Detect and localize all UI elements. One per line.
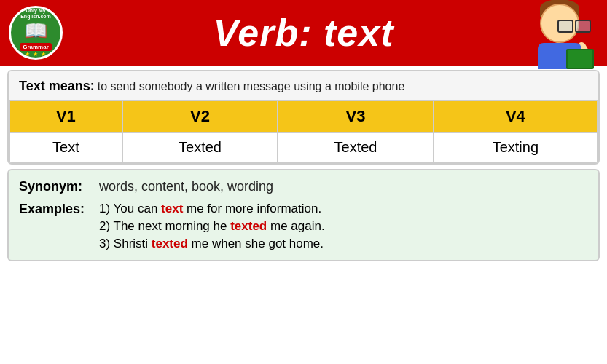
verb-forms-table: V1 V2 V3 V4 Text Texted Texted Texting <box>9 100 598 163</box>
meaning-row: Text means: to send somebody a written m… <box>9 71 598 100</box>
example-1-suffix: me for more information. <box>183 202 321 215</box>
logo-bottom-text: Grammar <box>20 43 52 51</box>
meaning-text: to send somebody a written message using… <box>98 80 405 93</box>
example-item-3: 3) Shristi texted me when she got home. <box>99 237 325 251</box>
table-cell-v4: Texting <box>434 132 598 162</box>
page-title: Verb: text <box>214 11 394 55</box>
example-3-prefix: 3) Shristi <box>99 237 152 250</box>
mascot-illustration <box>520 0 600 69</box>
example-1-prefix: 1) You can <box>99 202 161 215</box>
synonym-row: Synonym: words, content, book, wording <box>19 179 588 194</box>
example-item-1: 1) You can text me for more information. <box>99 202 325 216</box>
mascot-book-icon <box>566 49 594 69</box>
example-item-2: 2) The next morning he texted me again. <box>99 219 325 234</box>
mascot-body <box>527 4 592 69</box>
mascot-glasses-icon <box>557 20 591 31</box>
table-header-v3: V3 <box>278 100 433 132</box>
examples-row: Examples: 1) You can text me for more in… <box>19 202 588 251</box>
examples-list: 1) You can text me for more information.… <box>99 202 325 251</box>
synonym-examples-section: Synonym: words, content, book, wording E… <box>7 169 600 261</box>
table-data-row: Text Texted Texted Texting <box>9 132 598 162</box>
example-2-highlight: texted <box>230 219 267 233</box>
table-cell-v1: Text <box>9 132 122 162</box>
header: Only MyEnglish.com 📖 Grammar ★ ★ ★ Verb:… <box>0 0 607 66</box>
mascot-head <box>540 4 579 43</box>
logo-stars: ★ ★ ★ <box>25 51 47 58</box>
synonym-values: words, content, book, wording <box>99 179 273 194</box>
table-header-v1: V1 <box>9 100 122 132</box>
example-2-suffix: me again. <box>267 219 324 233</box>
logo-top-text: Only MyEnglish.com <box>20 8 51 19</box>
meaning-label: Text means: <box>19 79 95 94</box>
verb-info-section: Text means: to send somebody a written m… <box>7 70 600 165</box>
synonym-label: Synonym: <box>19 179 99 194</box>
example-2-prefix: 2) The next morning he <box>99 219 230 233</box>
logo: Only MyEnglish.com 📖 Grammar ★ ★ ★ <box>9 6 63 60</box>
table-cell-v2: Texted <box>122 132 278 162</box>
example-3-highlight: texted <box>152 237 188 250</box>
example-3-suffix: me when she got home. <box>188 237 324 250</box>
table-header-row: V1 V2 V3 V4 <box>9 100 598 132</box>
table-header-v2: V2 <box>122 100 278 132</box>
examples-label: Examples: <box>19 202 99 217</box>
example-1-highlight: text <box>161 202 183 215</box>
logo-book-icon: 📖 <box>24 20 47 42</box>
table-cell-v3: Texted <box>278 132 433 162</box>
table-header-v4: V4 <box>434 100 598 132</box>
